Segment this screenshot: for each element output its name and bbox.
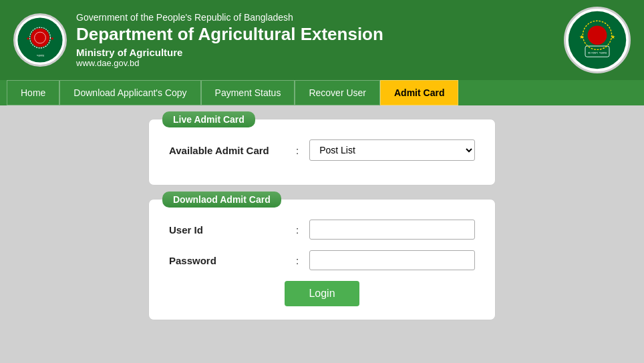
svg-text:★: ★ — [50, 36, 54, 41]
user-id-input[interactable] — [309, 220, 475, 240]
svg-point-8 — [588, 25, 607, 45]
navbar: Home Download Applicant's Copy Payment S… — [0, 80, 644, 105]
post-list-select[interactable]: Post List — [309, 139, 475, 161]
svg-text:বাংলাদেশ সরকার: বাংলাদেশ সরকার — [588, 51, 607, 55]
dept-title: Department of Agricultural Extension — [76, 24, 383, 45]
header-text: Government of the People's Republic of B… — [76, 12, 383, 67]
login-button[interactable]: Login — [285, 281, 359, 306]
download-admit-card: Downlaod Admit Card User Id : Password :… — [148, 199, 496, 320]
left-logo: সরকার ★ ★ — [13, 13, 67, 67]
colon-2: : — [296, 224, 299, 236]
admit-card-row: Available Admit Card : Post List — [169, 139, 475, 161]
live-card-legend: Live Admit Card — [162, 111, 255, 127]
svg-text:★: ★ — [611, 34, 615, 40]
nav-payment[interactable]: Payment Status — [201, 80, 295, 105]
nav-download[interactable]: Download Applicant's Copy — [59, 80, 200, 105]
nav-home[interactable]: Home — [7, 80, 59, 105]
svg-text:★: ★ — [579, 34, 584, 40]
gov-title: Government of the People's Republic of B… — [76, 12, 383, 23]
nav-recover[interactable]: Recover User — [295, 80, 380, 105]
ministry: Ministry of Agriculture — [76, 47, 383, 58]
available-admit-label: Available Admit Card — [169, 145, 289, 156]
download-card-legend: Downlaod Admit Card — [162, 192, 281, 208]
header: সরকার ★ ★ Government of the People's Rep… — [0, 0, 644, 80]
header-left: সরকার ★ ★ Government of the People's Rep… — [13, 12, 383, 67]
colon-3: : — [296, 255, 299, 266]
password-row: Password : — [169, 250, 475, 270]
svg-text:★: ★ — [26, 36, 30, 41]
user-id-row: User Id : — [169, 220, 475, 240]
live-admit-card: Live Admit Card Available Admit Card : P… — [148, 119, 496, 186]
svg-text:সরকার: সরকার — [37, 54, 44, 57]
password-label: Password — [169, 255, 289, 266]
website: www.dae.gov.bd — [76, 58, 383, 68]
colon-1: : — [296, 145, 299, 156]
right-logo: বাংলাদেশ সরকার ★ ★ — [564, 7, 631, 73]
svg-point-2 — [35, 32, 46, 43]
nav-admit[interactable]: Admit Card — [380, 80, 458, 105]
user-id-label: User Id — [169, 224, 289, 236]
password-input[interactable] — [309, 250, 475, 270]
content: Live Admit Card Available Admit Card : P… — [0, 105, 644, 334]
